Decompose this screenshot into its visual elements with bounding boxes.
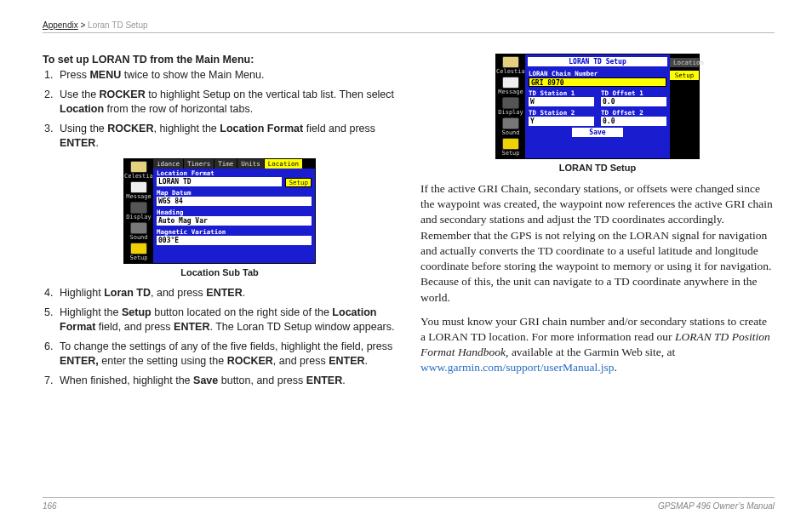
step-1: Press MENU twice to show the Main Menu. (56, 68, 397, 83)
header-sub: Loran TD Setup (88, 20, 147, 30)
paragraph-2: You must know your GRI chain number and/… (420, 314, 775, 376)
header-appendix: Appendix (43, 20, 78, 30)
step-5: Highlight the Setup button located on th… (56, 306, 397, 334)
step-7: When finished, highlight the Save button… (56, 374, 397, 388)
caption-location-sub-tab: Location Sub Tab (43, 267, 397, 277)
step-2: Use the ROCKER to highlight Setup on the… (56, 88, 397, 117)
left-column: To set up LORAN TD from the Main Menu: P… (43, 54, 397, 393)
procedure-heading: To set up LORAN TD from the Main Menu: (43, 54, 397, 66)
step-3: Using the ROCKER, highlight the Location… (56, 122, 397, 151)
page-number: 166 (43, 501, 57, 511)
step-6: To change the settings of any of the fiv… (56, 340, 397, 369)
page-header: Appendix > Loran TD Setup (43, 20, 775, 33)
garmin-link[interactable]: www.garmin.com/support/userManual.jsp (420, 361, 614, 374)
right-column: Celestial Message Display Sound Setup LO… (420, 54, 775, 393)
steps-list-a: Press MENU twice to show the Main Menu. … (56, 68, 397, 150)
manual-title: GPSMAP 496 Owner’s Manual (658, 501, 775, 511)
caption-loran-td-setup: LORAN TD Setup (420, 163, 775, 173)
screenshot-location-sub-tab: Celestial Message Display Sound Setup id… (43, 158, 397, 264)
screenshot-loran-td-setup: Celestial Message Display Sound Setup LO… (420, 54, 775, 159)
steps-list-b: Highlight Loran TD, and press ENTER. Hig… (56, 286, 397, 387)
paragraph-1: If the active GRI Chain, secondary stati… (420, 181, 775, 306)
page-footer: 166 GPSMAP 496 Owner’s Manual (43, 497, 775, 511)
step-4: Highlight Loran TD, and press ENTER. (56, 286, 397, 300)
